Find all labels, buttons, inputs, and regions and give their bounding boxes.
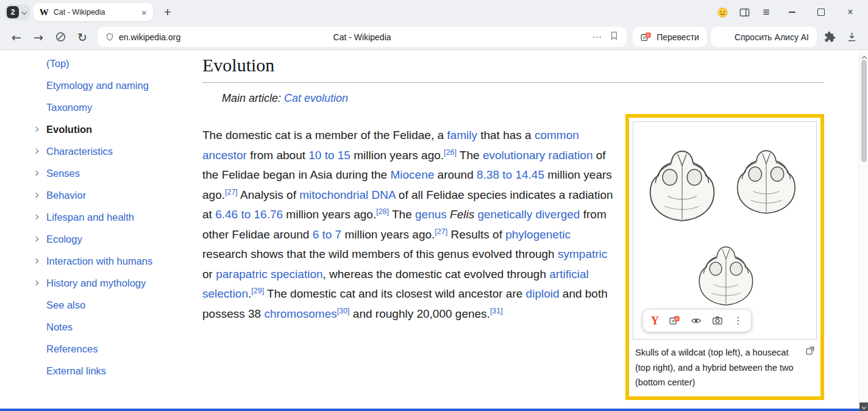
tab-group-control[interactable]: 2	[5, 4, 30, 20]
extensions-button[interactable]	[820, 28, 839, 46]
article-link[interactable]: sympatric	[558, 248, 607, 260]
toc-expand-control[interactable]	[34, 127, 46, 131]
figure-expand-button[interactable]	[805, 345, 816, 356]
article-text: Analysis of	[238, 188, 299, 201]
article-link[interactable]: genus	[415, 208, 447, 221]
window-close-button[interactable]: ×	[838, 1, 863, 23]
image-translate-button[interactable]	[669, 315, 680, 326]
toc-expand-control[interactable]	[34, 237, 46, 241]
article-link[interactable]: Miocene	[390, 168, 434, 181]
url-domain: en.wikipedia.org	[119, 32, 180, 42]
address-overflow-button[interactable]: ⋯	[592, 31, 602, 43]
reference-link[interactable]: [27]	[225, 187, 238, 196]
image-more-options-button[interactable]: ⋮	[733, 316, 743, 326]
article-text: from about	[247, 149, 308, 162]
article-text: The	[389, 208, 415, 221]
reference-link[interactable]: [26]	[444, 148, 457, 156]
toc-item[interactable]: Lifespan and health	[34, 206, 152, 228]
active-tab[interactable]: W Cat - Wikipedia ×	[34, 3, 153, 21]
scroll-down-button[interactable]	[859, 402, 868, 411]
article-link[interactable]: diploid	[526, 287, 560, 300]
toc-item-label: References	[46, 343, 98, 355]
article-link[interactable]: mitochondrial DNA	[299, 188, 395, 201]
visual-search-button[interactable]	[712, 315, 723, 326]
article-link[interactable]: evolutionary radiation	[483, 149, 593, 162]
tab-close-button[interactable]: ×	[141, 8, 147, 17]
toc-expand-control[interactable]	[34, 215, 46, 219]
assistant-emoji-button[interactable]	[713, 3, 731, 21]
ask-alice-button[interactable]: Спросить Алису AI	[711, 27, 817, 47]
translate-button[interactable]: Перевести	[633, 27, 707, 47]
reference-link[interactable]: [30]	[337, 306, 350, 315]
tab-counter-badge[interactable]: 2	[7, 6, 19, 18]
article-link[interactable]: 6 to 7	[313, 228, 342, 241]
protect-button[interactable]	[51, 28, 69, 46]
browser-menu-button[interactable]: ≡	[757, 3, 775, 21]
chevron-down-icon	[861, 404, 866, 409]
toc-item[interactable]: Notes	[34, 316, 152, 338]
article-link[interactable]: chromosomes	[264, 307, 336, 320]
downloads-button[interactable]	[842, 28, 861, 46]
reload-button[interactable]: ↻	[73, 28, 91, 46]
reference-sup: [30]	[337, 306, 350, 315]
article-text: million years ago.	[350, 149, 444, 162]
cat-skulls-image	[636, 127, 814, 334]
side-panel-button[interactable]	[735, 3, 753, 21]
article-link[interactable]: family	[447, 129, 477, 141]
page-scrollbar[interactable]	[859, 50, 868, 411]
toc-item[interactable]: External links	[34, 360, 152, 382]
reference-sup: [27]	[225, 187, 238, 196]
translate-icon	[641, 32, 652, 43]
article-link[interactable]: parapatric speciation	[216, 268, 322, 281]
tabs-dropdown-chevron-icon[interactable]	[22, 10, 27, 15]
address-bar[interactable]: en.wikipedia.org Cat - Wikipedia ⋯	[98, 27, 627, 47]
chevron-right-icon	[34, 127, 38, 132]
reference-sup: [26]	[444, 148, 457, 156]
toc-expand-control[interactable]	[34, 149, 46, 153]
toc-expand-control[interactable]	[34, 259, 46, 263]
article-link[interactable]: phylogenetic	[505, 228, 571, 241]
toc-item[interactable]: Evolution	[34, 118, 152, 140]
back-button[interactable]: ←	[7, 28, 26, 46]
toc-item[interactable]: See also	[34, 294, 152, 316]
toc-item[interactable]: Ecology	[34, 228, 152, 250]
toc-item-label: Taxonomy	[46, 102, 92, 113]
toc-item[interactable]: Characteristics	[34, 140, 152, 162]
image-view-button[interactable]	[691, 315, 702, 326]
toc-expand-control[interactable]	[34, 171, 46, 175]
alice-ring-icon	[719, 32, 730, 43]
toc-item[interactable]: Taxonomy	[34, 96, 152, 118]
figure-image[interactable]: Y ⋮	[633, 121, 817, 340]
main-article-link[interactable]: Cat evolution	[284, 92, 348, 104]
article-link[interactable]: 6.46 to 16.76	[215, 208, 283, 221]
window-maximize-button[interactable]	[808, 1, 834, 23]
reference-link[interactable]: [29]	[251, 287, 264, 295]
toc-item[interactable]: Etymology and naming	[34, 74, 152, 96]
toc-expand-control[interactable]	[34, 193, 46, 197]
reference-link[interactable]: [27]	[435, 227, 447, 235]
navigation-toolbar: ← → ↻ en.wikipedia.org Cat - Wikipedia ⋯…	[0, 24, 868, 50]
toc-expand-control[interactable]	[34, 281, 46, 285]
article-link[interactable]: 10 to 15	[308, 149, 350, 162]
yandex-logo-icon[interactable]: Y	[651, 315, 659, 326]
article-link[interactable]: genetically diverged	[477, 208, 580, 221]
toc-item[interactable]: Senses	[34, 162, 152, 184]
toc-item[interactable]: Interaction with humans	[34, 250, 152, 272]
new-tab-button[interactable]: +	[159, 4, 176, 21]
article-link[interactable]: 8.38 to 14.45	[477, 168, 544, 181]
forward-button[interactable]: →	[29, 28, 48, 46]
toc-item[interactable]: (Top)	[34, 52, 152, 74]
scrollbar-thumb[interactable]	[861, 60, 867, 162]
reference-link[interactable]: [28]	[376, 207, 389, 216]
article-figure: Y ⋮	[625, 114, 824, 400]
reference-link[interactable]: [31]	[490, 306, 503, 315]
toc-item[interactable]: Behavior	[34, 184, 152, 206]
toc-item[interactable]: References	[34, 338, 152, 360]
toc-item-label: Notes	[46, 321, 73, 333]
article-text: million years ago.	[341, 228, 435, 241]
chevron-right-icon	[34, 193, 38, 198]
bookmark-button[interactable]	[609, 30, 619, 43]
window-minimize-button[interactable]	[779, 1, 805, 23]
smiley-icon	[717, 7, 728, 18]
toc-item[interactable]: History and mythology	[34, 272, 152, 294]
